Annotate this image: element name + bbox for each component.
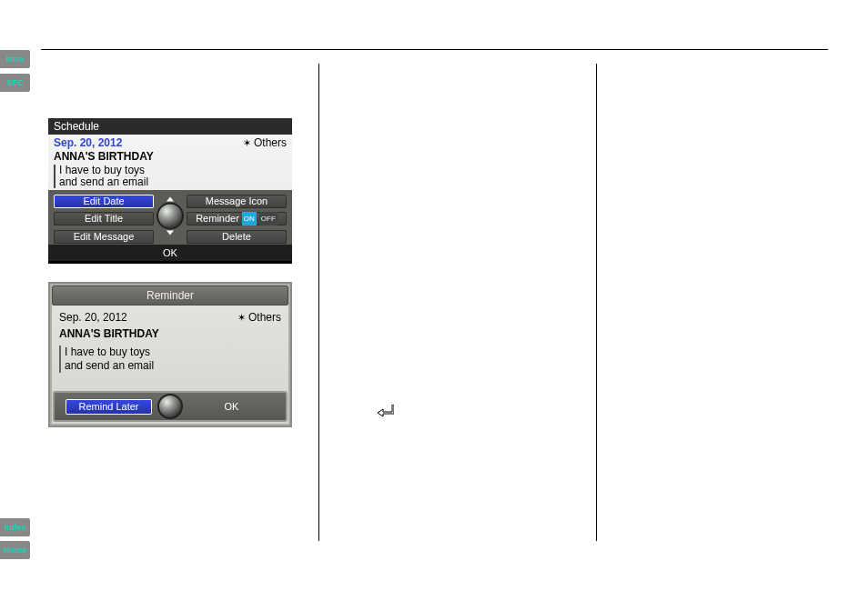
joystick-icon[interactable]: [157, 394, 183, 419]
reminder-message-line1: I have to buy toys: [65, 346, 281, 359]
reminder-title: ANNA'S BIRTHDAY: [59, 327, 281, 340]
nav-tab-home[interactable]: Home: [0, 541, 30, 559]
reminder-off-badge: OFF: [259, 212, 278, 225]
star-icon: ✶: [237, 312, 246, 324]
reminder-header: Reminder: [52, 285, 288, 306]
column-1: Schedule Sep. 20, 2012 ✶ Others ANNA'S B…: [41, 64, 319, 541]
nav-tab-intro[interactable]: Intro: [0, 50, 30, 68]
star-icon: ✶: [243, 137, 251, 149]
schedule-message: I have to buy toys and send an email: [54, 165, 287, 188]
remind-later-button[interactable]: Remind Later: [66, 399, 152, 415]
message-icon-button[interactable]: Message Icon: [187, 195, 287, 208]
reminder-toggle-button[interactable]: Reminder ONOFF: [187, 212, 287, 225]
reminder-date: Sep. 20, 2012: [59, 311, 127, 324]
reminder-label: Reminder: [196, 212, 239, 225]
side-nav-bottom: Index Home: [0, 518, 30, 564]
schedule-date: Sep. 20, 2012: [54, 136, 122, 149]
horizontal-rule: [41, 49, 828, 50]
schedule-category: ✶ Others: [243, 136, 287, 149]
reminder-screenshot: Reminder Sep. 20, 2012 ✶ Others ANNA'S B…: [48, 282, 292, 427]
column-2: [318, 64, 597, 541]
joystick-icon[interactable]: [156, 203, 184, 230]
schedule-message-line2: and send an email: [59, 176, 287, 188]
delete-button[interactable]: Delete: [187, 230, 287, 244]
reminder-controls: Remind Later OK: [53, 391, 288, 422]
schedule-header: Schedule: [48, 118, 292, 135]
side-nav-top: Intro SEC: [0, 50, 30, 97]
edit-title-button[interactable]: Edit Title: [54, 212, 154, 225]
reminder-message: I have to buy toys and send an email: [59, 346, 281, 373]
nav-tab-index[interactable]: Index: [0, 518, 30, 536]
column-3: [596, 64, 868, 541]
reminder-message-line2: and send an email: [65, 359, 281, 373]
reminder-ok-button[interactable]: OK: [188, 399, 275, 415]
nav-tab-sec[interactable]: SEC: [0, 74, 30, 92]
reminder-on-badge: ON: [242, 212, 257, 225]
reminder-category: ✶ Others: [237, 311, 281, 324]
edit-message-button[interactable]: Edit Message: [54, 230, 154, 244]
schedule-menu: Edit Date Message Icon Edit Title Remind…: [48, 190, 292, 245]
enter-arrow-icon: [378, 405, 394, 417]
schedule-screenshot: Schedule Sep. 20, 2012 ✶ Others ANNA'S B…: [48, 118, 292, 264]
schedule-body: Sep. 20, 2012 ✶ Others ANNA'S BIRTHDAY I…: [48, 135, 292, 190]
edit-date-button[interactable]: Edit Date: [54, 195, 154, 208]
reminder-body: Sep. 20, 2012 ✶ Others ANNA'S BIRTHDAY I…: [50, 307, 290, 392]
schedule-title: ANNA'S BIRTHDAY: [54, 150, 287, 163]
